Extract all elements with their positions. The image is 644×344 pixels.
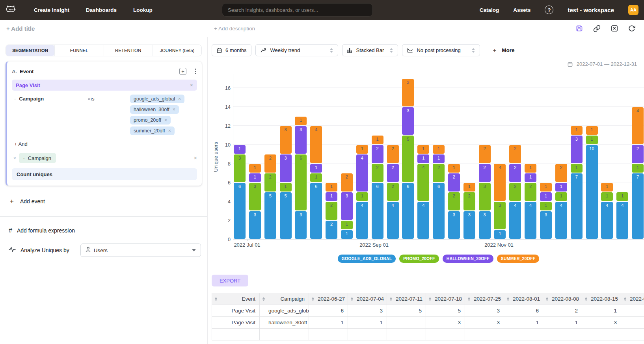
save-icon[interactable] bbox=[576, 25, 583, 32]
bar-segment-google_ads_global[interactable]: 4 bbox=[387, 202, 399, 239]
bar-segment-halloween_30off[interactable]: 1 bbox=[310, 164, 322, 173]
add-filter-icon[interactable]: + bbox=[179, 68, 186, 75]
bar-segment-halloween_30off[interactable]: 1 bbox=[540, 192, 552, 201]
bar-segment-google_ads_global[interactable]: 3 bbox=[540, 211, 552, 239]
nav-lookup[interactable]: Lookup bbox=[133, 7, 153, 13]
bar-segment-halloween_30off[interactable]: 1 bbox=[249, 173, 261, 182]
column-header-2022-08-01[interactable]: 2022-08-01 bbox=[504, 293, 543, 305]
nav-catalog[interactable]: Catalog bbox=[480, 7, 499, 13]
search-input[interactable] bbox=[222, 3, 373, 17]
bar-segment-summer_20off[interactable]: 1 bbox=[525, 164, 536, 173]
bar-segment-summer_20off[interactable]: 4 bbox=[310, 126, 322, 163]
remove-breakdown-icon[interactable]: × bbox=[13, 156, 16, 160]
app-logo-cat-icon[interactable] bbox=[4, 5, 17, 15]
bar-segment-summer_20off[interactable]: 1 bbox=[463, 183, 475, 192]
sort-icon[interactable] bbox=[312, 297, 314, 301]
bar-segment-promo_20off[interactable]: 2 bbox=[264, 173, 276, 192]
kebab-menu-icon[interactable] bbox=[194, 68, 197, 75]
bar-segment-promo_20off[interactable]: 2 bbox=[448, 192, 460, 210]
column-header-2022-06-27[interactable]: 2022-06-27 bbox=[309, 293, 348, 305]
bar-segment-halloween_30off[interactable]: 4 bbox=[356, 154, 368, 192]
help-icon[interactable]: ? bbox=[545, 6, 553, 14]
column-header-event[interactable]: Event bbox=[212, 293, 260, 305]
applied-date-range[interactable]: 2022-07-01 — 2022-12-31 bbox=[212, 61, 644, 67]
bar-segment-halloween_30off[interactable]: 3 bbox=[402, 107, 414, 135]
avatar[interactable]: AA bbox=[628, 5, 638, 15]
bar-segment-halloween_30off[interactable]: 3 bbox=[571, 136, 583, 163]
bar-segment-google_ads_global[interactable]: 4 bbox=[601, 202, 613, 239]
more-button[interactable]: + More bbox=[493, 47, 514, 54]
bar-segment-google_ads_global[interactable]: 1 bbox=[341, 230, 353, 239]
bar-segment-halloween_30off[interactable]: 2 bbox=[387, 164, 399, 182]
bar-segment-promo_20off[interactable]: 4 bbox=[417, 164, 429, 201]
bar-segment-promo_20off[interactable]: 1 bbox=[341, 221, 353, 229]
sort-icon[interactable] bbox=[585, 297, 587, 301]
bar-segment-halloween_30off[interactable]: 3 bbox=[341, 192, 353, 220]
bar-segment-halloween_30off[interactable]: 2 bbox=[479, 164, 491, 182]
close-insight-icon[interactable] bbox=[611, 25, 618, 32]
remove-value-icon[interactable]: × bbox=[178, 96, 181, 102]
bar-segment-google_ads_global[interactable]: 3 bbox=[295, 211, 307, 239]
bar-segment-summer_20off[interactable]: 2 bbox=[479, 145, 491, 163]
bar-segment-summer_20off[interactable]: 2 bbox=[264, 154, 276, 173]
bar-segment-summer_20off[interactable]: 3 bbox=[402, 79, 414, 106]
bar-segment-google_ads_global[interactable]: 4 bbox=[555, 202, 567, 239]
bar-segment-google_ads_global[interactable]: 3 bbox=[249, 211, 261, 239]
bar-segment-halloween_30off[interactable]: 3 bbox=[295, 126, 307, 154]
bar-segment-promo_20off[interactable]: 1 bbox=[616, 192, 628, 201]
breakdown-chip[interactable]: · Campaign bbox=[19, 153, 56, 163]
bar-segment-google_ads_global[interactable]: 7 bbox=[632, 173, 644, 239]
filter-property[interactable]: Campaign bbox=[19, 96, 87, 102]
column-header-campaign[interactable]: Campaign bbox=[260, 293, 309, 305]
bar-segment-promo_20off[interactable]: 1 bbox=[586, 136, 598, 144]
aggregation-row[interactable]: Count uniques bbox=[12, 168, 197, 180]
bar-segment-promo_20off[interactable]: 1 bbox=[555, 192, 567, 201]
bar-segment-promo_20off[interactable]: 3 bbox=[479, 183, 491, 210]
bar-segment-google_ads_global[interactable]: 6 bbox=[310, 183, 322, 239]
date-range-button[interactable]: 6 months bbox=[212, 44, 251, 56]
trend-interval-select[interactable]: Weekly trend bbox=[255, 44, 338, 56]
bar-segment-google_ads_global[interactable]: 2 bbox=[326, 221, 337, 239]
sort-icon[interactable] bbox=[546, 297, 548, 301]
tab-funnel[interactable]: FUNNEL bbox=[54, 45, 103, 56]
bar-segment-summer_20off[interactable]: 1 bbox=[417, 145, 429, 154]
remove-breakdown-right-icon[interactable]: × bbox=[56, 155, 197, 161]
bar-segment-google_ads_global[interactable]: 4 bbox=[356, 202, 368, 239]
column-header-2022-08-22[interactable]: 2022-08-22 bbox=[621, 293, 644, 305]
bar-segment-promo_20off[interactable]: 1 bbox=[280, 183, 292, 192]
bar-segment-google_ads_global[interactable]: 3 bbox=[463, 211, 475, 239]
bar-segment-promo_20off[interactable]: 6 bbox=[295, 154, 307, 210]
column-header-2022-07-11[interactable]: 2022-07-11 bbox=[387, 293, 426, 305]
bar-segment-promo_20off[interactable]: 2 bbox=[463, 192, 475, 210]
bar-segment-google_ads_global[interactable]: 10 bbox=[586, 145, 598, 239]
filter-value-chip[interactable]: halloween_30off× bbox=[130, 105, 179, 114]
bar-segment-summer_20off[interactable]: 2 bbox=[509, 145, 521, 163]
bar-segment-google_ads_global[interactable]: 1 bbox=[494, 230, 506, 239]
sort-icon[interactable] bbox=[351, 297, 353, 301]
bar-segment-halloween_30off[interactable]: 1 bbox=[525, 173, 536, 182]
remove-value-icon[interactable]: × bbox=[168, 128, 171, 134]
export-button[interactable]: EXPORT bbox=[212, 275, 248, 286]
bar-segment-promo_20off[interactable]: 2 bbox=[525, 183, 536, 201]
bar-segment-summer_20off[interactable]: 2 bbox=[387, 145, 399, 163]
bar-segment-halloween_30off[interactable]: 1 bbox=[555, 183, 567, 192]
bar-segment-summer_20off[interactable]: 4 bbox=[494, 164, 506, 201]
add-and-condition[interactable]: + And bbox=[14, 141, 197, 147]
bar-segment-google_ads_global[interactable]: 6 bbox=[402, 183, 414, 239]
bar-segment-summer_20off[interactable]: 1 bbox=[356, 145, 368, 154]
bar-segment-google_ads_global[interactable]: 4 bbox=[616, 202, 628, 239]
filter-operator[interactable]: is bbox=[91, 95, 125, 135]
legend-pill-summer_20off[interactable]: SUMMER_20OFF bbox=[497, 255, 540, 263]
tab-retention[interactable]: RETENTION bbox=[104, 45, 153, 56]
sort-icon[interactable] bbox=[390, 297, 392, 301]
bar-segment-promo_20off[interactable]: 1 bbox=[356, 192, 368, 201]
bar-segment-summer_20off[interactable]: 1 bbox=[571, 126, 583, 135]
sort-icon[interactable] bbox=[215, 297, 217, 301]
bar-segment-summer_20off[interactable]: 1 bbox=[326, 183, 337, 192]
bar-segment-halloween_30off[interactable]: 2 bbox=[448, 173, 460, 192]
bar-segment-promo_20off[interactable]: 5 bbox=[402, 136, 414, 182]
tab-journey-beta-[interactable]: JOURNEY (beta) bbox=[153, 45, 201, 56]
bar-segment-promo_20off[interactable]: 2 bbox=[326, 202, 337, 220]
bar-segment-promo_20off[interactable]: 1 bbox=[601, 192, 613, 201]
column-header-2022-08-08[interactable]: 2022-08-08 bbox=[543, 293, 582, 305]
